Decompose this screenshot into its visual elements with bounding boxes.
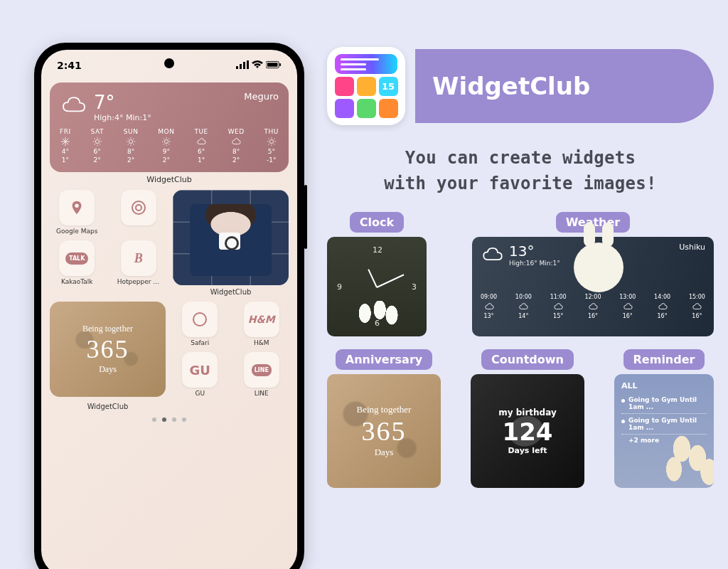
category-label: Clock <box>350 212 404 233</box>
weather-widget-preview[interactable]: Ushiku 13° High:16° Min:1° 09:0013° 10:0… <box>472 237 714 336</box>
forecast-hour: 10:0014° <box>515 294 532 319</box>
svg-point-10 <box>269 139 273 143</box>
weather-highlow: High:16° Min:1° <box>509 260 560 267</box>
forecast-hour: 12:0016° <box>584 294 601 319</box>
app-logo-icon: 15 <box>327 47 405 125</box>
phone-mockup: 2:41 Meguro 7° <box>34 43 304 569</box>
forecast-day: MON9°2° <box>158 128 174 164</box>
cloud-icon <box>484 302 494 312</box>
cloud-icon <box>231 137 241 147</box>
app-hotpepper[interactable]: B Hotpepper be <box>112 240 166 285</box>
letter-icon: B <box>121 240 156 276</box>
brand-icon: H&M <box>244 302 279 337</box>
reminder-item: Going to Gym Until 1am ... <box>621 393 707 414</box>
widget-label: WidgetClub <box>50 403 166 410</box>
cloud-icon <box>692 302 702 312</box>
cloud-icon <box>60 91 88 122</box>
lower-grid: Being together 365 Days Safari H&M H&M G… <box>50 302 289 410</box>
countdown-widget-preview[interactable]: my birthday 124 Days left <box>471 374 584 488</box>
reminder-heading: ALL <box>621 381 707 390</box>
forecast-day: SAT6°2° <box>91 128 104 164</box>
battery-icon <box>266 60 282 71</box>
svg-rect-6 <box>279 63 281 66</box>
svg-rect-0 <box>236 66 238 69</box>
widget-label: WidgetClub <box>173 288 289 296</box>
forecast-hour: 14:0016° <box>654 294 670 319</box>
speech-bubble-icon: TALK <box>65 252 88 265</box>
weather-temp: 7° <box>94 92 151 113</box>
cloud-icon <box>518 302 528 312</box>
weather-widget[interactable]: Meguro 7° High:4° Min:1° FRI4°1° SAT6°2°… <box>50 83 289 172</box>
reminder-more: +2 more <box>621 435 707 444</box>
svg-point-12 <box>136 205 141 211</box>
svg-rect-3 <box>247 60 249 69</box>
widget-label: WidgetClub <box>50 175 289 184</box>
wifi-icon <box>252 60 263 71</box>
cloud-icon <box>553 302 563 312</box>
app-gu[interactable]: GU GU <box>173 352 228 397</box>
forecast-hour: 11:0015° <box>550 294 567 319</box>
brand-header: 15 WidgetClub <box>327 47 714 125</box>
svg-point-7 <box>95 139 99 143</box>
snowflake-icon <box>60 137 70 147</box>
category-clock: Clock 12 3 6 9 <box>327 212 427 336</box>
photo-widget[interactable] <box>173 190 289 285</box>
sun-icon <box>92 137 102 147</box>
sun-icon <box>267 137 277 147</box>
weather-temp: 13° <box>509 243 560 260</box>
forecast-day: SUN8°2° <box>124 128 139 164</box>
forecast-hour: 15:0016° <box>689 294 705 319</box>
compass-icon <box>191 311 208 328</box>
forecast-day: WED8°2° <box>228 128 245 164</box>
anniversary-widget-preview[interactable]: Being together 365 Days <box>327 374 441 488</box>
sun-icon <box>126 137 136 147</box>
tulip-decoration <box>347 301 407 336</box>
forecast-hour: 13:0016° <box>619 294 636 319</box>
category-label: Anniversary <box>336 349 432 370</box>
camera-icon <box>219 233 240 250</box>
anniversary-widget[interactable]: Being together 365 Days <box>50 302 166 397</box>
pin-icon <box>69 200 85 216</box>
cloud-icon <box>588 302 598 312</box>
hour-hand <box>368 269 378 287</box>
weather-forecast-row: FRI4°1° SAT6°2° SUN8°2° MON9°2° TUE6°1° … <box>60 128 279 164</box>
category-anniversary: Anniversary Being together 365 Days <box>327 349 441 488</box>
app-safari[interactable]: Safari <box>173 302 228 346</box>
forecast-day: THU5°-1° <box>264 128 279 164</box>
page-indicator[interactable] <box>50 418 289 422</box>
svg-rect-2 <box>243 62 245 69</box>
reminder-widget-preview[interactable]: ALL Going to Gym Until 1am ... Going to … <box>614 374 714 488</box>
reminder-item: Going to Gym Until 1am ... <box>621 414 707 435</box>
camera-dot <box>164 58 174 68</box>
brand-name: WidgetClub <box>415 49 714 123</box>
hourly-forecast-row: 09:0013° 10:0014° 11:0015° 12:0016° 13:0… <box>481 294 705 319</box>
app-hm[interactable]: H&M H&M <box>235 302 289 346</box>
tagline: You can create widgets with your favorit… <box>327 145 714 196</box>
svg-point-9 <box>164 139 168 143</box>
app-shazam[interactable] <box>112 190 166 235</box>
svg-point-13 <box>193 313 206 326</box>
category-reminder: Reminder ALL Going to Gym Until 1am ... … <box>614 349 714 488</box>
svg-point-11 <box>132 201 145 214</box>
svg-rect-1 <box>240 64 242 69</box>
category-label: Countdown <box>481 349 574 370</box>
app-line[interactable]: LINE LINE <box>235 352 289 397</box>
app-grid: Google Maps TALK KakaoTalk B Hotpepper b… <box>50 190 289 296</box>
svg-rect-5 <box>267 63 278 67</box>
minute-hand <box>377 274 405 288</box>
clock-widget-preview[interactable]: 12 3 6 9 <box>327 237 427 336</box>
phone-screen: 2:41 Meguro 7° <box>41 50 297 569</box>
app-kakaotalk[interactable]: TALK KakaoTalk <box>50 240 105 285</box>
cloud-icon <box>481 243 505 270</box>
category-weather: Weather Ushiku 13° High:16° Min:1° 09:00… <box>472 212 714 336</box>
cloud-icon <box>658 302 668 312</box>
status-icons <box>236 60 282 71</box>
sun-icon <box>161 137 171 147</box>
cloud-icon <box>196 137 206 147</box>
weather-highlow: High:4° Min:1° <box>94 113 151 122</box>
app-google-maps[interactable]: Google Maps <box>50 190 105 235</box>
brand-icon: GU <box>182 352 218 388</box>
status-time: 2:41 <box>57 60 82 71</box>
cellular-icon <box>236 60 249 71</box>
spiral-icon <box>130 199 147 216</box>
